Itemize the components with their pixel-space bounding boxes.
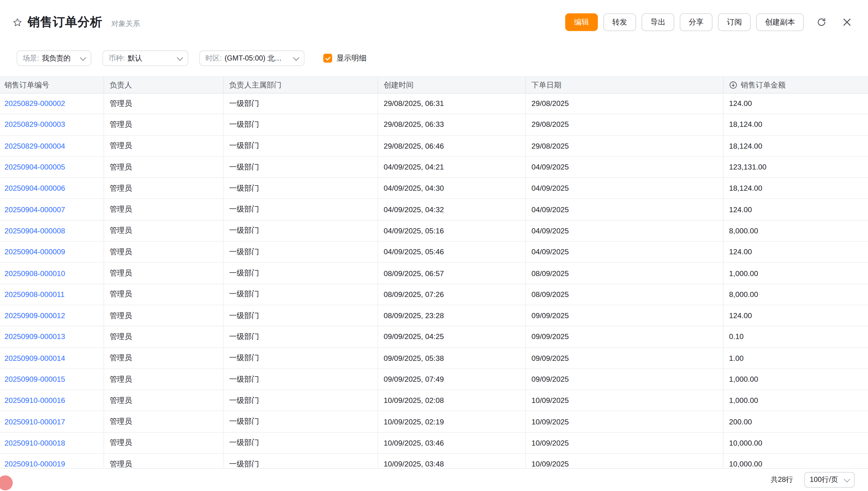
owner-cell: 管理员 [104, 305, 223, 326]
order-no-link[interactable]: 20250904-000008 [4, 226, 65, 235]
order-no-cell: 20250908-000011 [0, 284, 104, 305]
order-no-link[interactable]: 20250910-000017 [4, 417, 65, 426]
table-row[interactable]: 20250904-000006 管理员 一级部门 04/09/2025, 04:… [0, 178, 868, 199]
show-detail-toggle[interactable]: 显示明细 [323, 53, 367, 63]
scene-filter[interactable]: 场景: 我负责的 [17, 51, 91, 66]
owner-dept-cell: 一级部门 [223, 93, 378, 114]
created-at-cell: 04/09/2025, 05:16 [378, 220, 526, 241]
scene-filter-label: 场景: [23, 53, 39, 63]
owner-cell: 管理员 [104, 263, 223, 284]
order-no-link[interactable]: 20250909-000012 [4, 312, 65, 320]
order-no-link[interactable]: 20250910-000018 [4, 439, 65, 447]
favorite-star-icon[interactable] [12, 17, 23, 28]
currency-filter-label: 币种: [108, 53, 125, 63]
order-no-cell: 20250908-000010 [0, 263, 104, 284]
amount-cell: 1,000.00 [723, 390, 868, 411]
table-row[interactable]: 20250829-000003 管理员 一级部门 29/08/2025, 06:… [0, 114, 868, 136]
table-row[interactable]: 20250910-000018 管理员 一级部门 10/09/2025, 03:… [0, 433, 868, 454]
column-header-order-date[interactable]: 下单日期 [526, 77, 723, 93]
column-label: 销售订单金额 [741, 80, 785, 90]
owner-cell: 管理员 [104, 241, 223, 263]
order-no-link[interactable]: 20250909-000013 [4, 333, 65, 341]
amount-cell: 18,124.00 [723, 178, 868, 199]
order-date-cell: 04/09/2025 [526, 178, 723, 199]
order-no-link[interactable]: 20250910-000016 [4, 396, 65, 404]
table-row[interactable]: 20250904-000007 管理员 一级部门 04/09/2025, 04:… [0, 199, 868, 220]
currency-filter[interactable]: 币种: 默认 [102, 51, 188, 66]
page-size-value: 100行/页 [810, 475, 838, 485]
table-row[interactable]: 20250904-000008 管理员 一级部门 04/09/2025, 05:… [0, 220, 868, 241]
amount-cell: 124.00 [723, 241, 868, 263]
timezone-filter-value: (GMT-05:00) 北… [224, 53, 282, 63]
table-row[interactable]: 20250909-000013 管理员 一级部门 09/09/2025, 04:… [0, 327, 868, 348]
order-no-cell: 20250829-000003 [0, 114, 104, 136]
table-row[interactable]: 20250829-000004 管理员 一级部门 29/08/2025, 06:… [0, 136, 868, 157]
show-detail-checkbox[interactable] [323, 54, 332, 63]
table-row[interactable]: 20250909-000014 管理员 一级部门 09/09/2025, 05:… [0, 348, 868, 369]
order-no-link[interactable]: 20250829-000002 [4, 99, 65, 108]
order-no-link[interactable]: 20250908-000010 [4, 269, 65, 277]
refresh-button[interactable] [814, 15, 829, 30]
order-no-cell: 20250904-000009 [0, 241, 104, 263]
order-no-link[interactable]: 20250829-000003 [4, 120, 65, 129]
subscribe-button[interactable]: 订阅 [718, 13, 751, 31]
share-button[interactable]: 分享 [680, 13, 713, 31]
amount-cell: 124.00 [723, 199, 868, 220]
owner-dept-cell: 一级部门 [223, 241, 378, 263]
refresh-icon [816, 17, 827, 27]
filter-bar: 场景: 我负责的 币种: 默认 时区: (GMT-05:00) 北… 显示明细 [0, 44, 868, 72]
table-row[interactable]: 20250909-000015 管理员 一级部门 09/09/2025, 07:… [0, 369, 868, 390]
order-date-cell: 10/09/2025 [526, 433, 723, 454]
owner-dept-cell: 一级部门 [223, 157, 378, 178]
order-no-link[interactable]: 20250910-000019 [4, 460, 65, 468]
close-button[interactable] [839, 15, 855, 30]
order-no-cell: 20250910-000019 [0, 454, 104, 468]
table-row[interactable]: 20250910-000019 管理员 一级部门 10/09/2025, 03:… [0, 454, 868, 468]
order-no-link[interactable]: 20250909-000014 [4, 354, 65, 362]
edit-button[interactable]: 编辑 [565, 13, 598, 31]
forward-button[interactable]: 转发 [603, 13, 636, 31]
report-window: 销售订单分析 对象关系 编辑 转发导出分享订阅创建副本 场景: [0, 0, 868, 491]
column-header-order-no[interactable]: 销售订单编号 [0, 77, 104, 93]
table-row[interactable]: 20250829-000002 管理员 一级部门 29/08/2025, 06:… [0, 93, 868, 114]
page-size-select[interactable]: 100行/页 [804, 472, 855, 487]
order-date-cell: 09/09/2025 [526, 305, 723, 326]
column-header-owner-dept[interactable]: 负责人主属部门 [223, 77, 378, 93]
order-no-link[interactable]: 20250908-000011 [4, 290, 65, 298]
table-row[interactable]: 20250910-000017 管理员 一级部门 10/09/2025, 02:… [0, 411, 868, 433]
amount-cell: 1.00 [723, 348, 868, 369]
table-row[interactable]: 20250909-000012 管理员 一级部门 08/09/2025, 23:… [0, 305, 868, 326]
order-no-link[interactable]: 20250904-000009 [4, 248, 65, 256]
owner-dept-cell: 一级部门 [223, 114, 378, 136]
order-no-link[interactable]: 20250829-000004 [4, 142, 65, 150]
created-at-cell: 08/09/2025, 23:28 [378, 305, 526, 326]
export-button[interactable]: 导出 [642, 13, 674, 31]
table-row[interactable]: 20250904-000005 管理员 一级部门 04/09/2025, 04:… [0, 157, 868, 178]
currency-filter-value: 默认 [128, 53, 142, 63]
order-no-link[interactable]: 20250904-000007 [4, 205, 65, 213]
table-row[interactable]: 20250910-000016 管理员 一级部门 10/09/2025, 02:… [0, 390, 868, 411]
timezone-filter[interactable]: 时区: (GMT-05:00) 北… [199, 51, 305, 66]
created-at-cell: 10/09/2025, 02:08 [378, 390, 526, 411]
owner-dept-cell: 一级部门 [223, 433, 378, 454]
table-row[interactable]: 20250908-000011 管理员 一级部门 08/09/2025, 07:… [0, 284, 868, 305]
table-row[interactable]: 20250904-000009 管理员 一级部门 04/09/2025, 05:… [0, 241, 868, 263]
order-no-link[interactable]: 20250904-000005 [4, 163, 65, 171]
owner-dept-cell: 一级部门 [223, 369, 378, 390]
table-row[interactable]: 20250908-000010 管理员 一级部门 08/09/2025, 06:… [0, 263, 868, 284]
chevron-down-icon [844, 476, 850, 482]
column-label: 负责人 [110, 80, 132, 90]
column-header-owner[interactable]: 负责人 [104, 77, 223, 93]
owner-cell: 管理员 [104, 369, 223, 390]
chevron-down-icon [293, 54, 300, 61]
column-header-created-at[interactable]: 创建时间 [378, 77, 526, 93]
check-icon [325, 55, 331, 61]
duplicate-button[interactable]: 创建副本 [756, 13, 804, 31]
column-header-amount[interactable]: 销售订单金额 [723, 77, 868, 93]
order-no-link[interactable]: 20250909-000015 [4, 375, 65, 383]
order-no-link[interactable]: 20250904-000006 [4, 184, 65, 192]
title-group: 销售订单分析 对象关系 [12, 14, 140, 31]
order-no-cell: 20250909-000013 [0, 327, 104, 348]
amount-cell: 0.10 [723, 327, 868, 348]
owner-dept-cell: 一级部门 [223, 327, 378, 348]
